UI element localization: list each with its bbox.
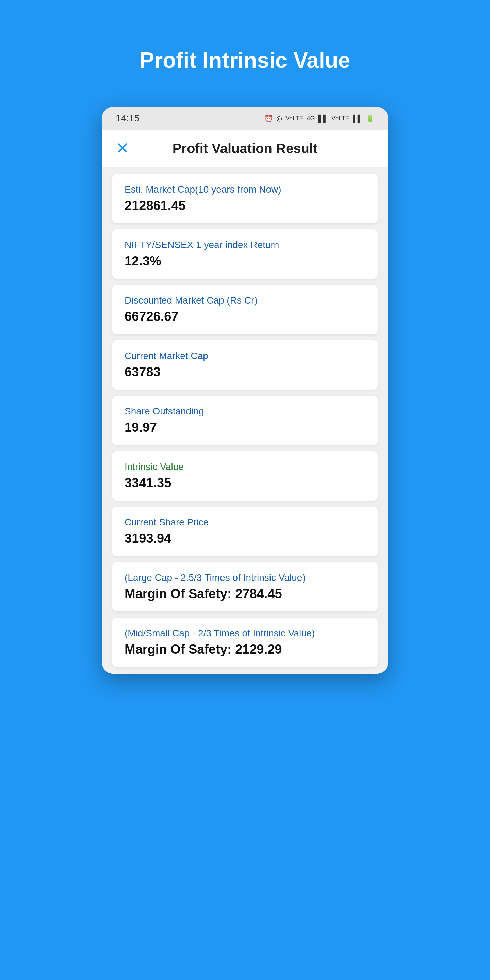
card-label: Discounted Market Cap (Rs Cr) [124,295,366,306]
card-value: 63783 [124,365,366,379]
card-value: 3341.35 [124,476,366,490]
card-label: Share Outstanding [124,406,366,417]
card-item: (Mid/Small Cap - 2/3 Times of Intrinsic … [112,617,378,667]
card-item: Discounted Market Cap (Rs Cr)66726.67 [112,285,378,334]
battery-icon: 🔋 [366,115,374,123]
card-label: Esti. Market Cap(10 years from Now) [124,184,366,195]
volte1-icon: VoLTE [285,115,304,122]
card-item: Esti. Market Cap(10 years from Now)21286… [112,174,378,223]
card-label: Intrinsic Value [124,461,366,472]
card-label: NIFTY/SENSEX 1 year index Return [124,240,366,250]
card-label: (Mid/Small Cap - 2/3 Times of Intrinsic … [124,628,366,639]
card-value: 212861.45 [124,198,366,213]
4g-icon: 4G [307,115,315,122]
wifi-icon: ◎ [276,115,282,123]
card-value: 3193.94 [124,531,366,546]
card-item: NIFTY/SENSEX 1 year index Return12.3% [112,229,378,279]
card-value: 66726.67 [124,309,366,324]
card-item: (Large Cap - 2.5/3 Times of Intrinsic Va… [112,562,378,611]
status-icons: ⏰ ◎ VoLTE 4G ▌▌ VoLTE ▌▌ 🔋 [264,115,374,123]
card-item: Current Share Price3193.94 [112,507,378,556]
signal2-icon: ▌▌ [353,115,363,123]
card-label: Current Market Cap [124,350,366,361]
card-value: 19.97 [124,420,366,435]
volte2-icon: VoLTE [331,115,350,122]
page-title: Profit Intrinsic Value [140,48,350,73]
content-area: Esti. Market Cap(10 years from Now)21286… [102,167,388,674]
status-bar: 14:15 ⏰ ◎ VoLTE 4G ▌▌ VoLTE ▌▌ 🔋 [102,107,388,130]
card-item: Intrinsic Value3341.35 [112,451,378,501]
signal1-icon: ▌▌ [318,115,328,123]
status-time: 14:15 [116,113,140,124]
card-value: Margin Of Safety: 2784.45 [124,587,366,601]
card-value: Margin Of Safety: 2129.29 [124,642,366,657]
card-label: Current Share Price [124,517,366,528]
app-header: ✕ Profit Valuation Result [102,130,388,167]
card-item: Current Market Cap63783 [112,340,378,390]
card-label: (Large Cap - 2.5/3 Times of Intrinsic Va… [124,572,366,583]
app-header-title: Profit Valuation Result [143,141,347,156]
alarm-icon: ⏰ [264,115,273,123]
close-button[interactable]: ✕ [116,140,129,156]
phone-frame: 14:15 ⏰ ◎ VoLTE 4G ▌▌ VoLTE ▌▌ 🔋 ✕ Profi… [102,107,388,674]
card-value: 12.3% [124,254,366,269]
card-item: Share Outstanding19.97 [112,396,378,445]
